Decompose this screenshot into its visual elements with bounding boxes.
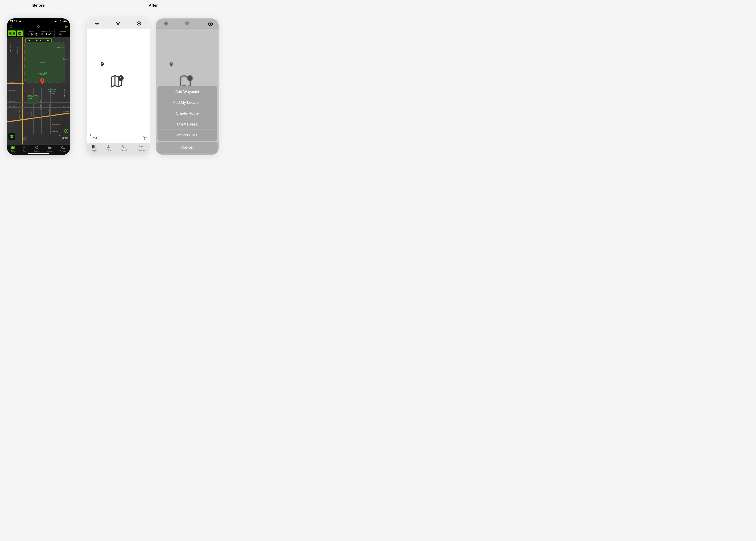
maplabel-sexsmith: J.W. Sexsmith Elementary School [47,89,57,94]
add-icon[interactable] [64,25,68,28]
stat-ascent-label: Ascent [24,31,38,33]
gear-icon [138,144,143,149]
tab-search[interactable]: Search [121,144,127,152]
tab-trips[interactable]: Trips [107,144,111,152]
info-icon[interactable]: i [142,136,146,140]
hiker-icon [107,144,111,149]
map-canvas[interactable]: 30 | N || 30 Ash Street Tisdall Street E… [7,37,70,145]
status-time: 21:19 [10,20,17,23]
location-arrow-icon [18,20,22,23]
stat-distance-value: 148 m [55,33,69,36]
section-title-after: After [149,3,158,8]
phone-after-actionsheet: Add Waypoint Add My Location Create Rout… [156,18,219,155]
tab-settings-label: Settings [137,149,145,152]
stat-speed[interactable]: Current Speed 0.0 km/h [39,29,55,37]
maplabel-starbucks: Starbucks [52,131,59,133]
stat-distance[interactable]: Distance 148 m [54,29,70,37]
action-create-route[interactable]: Create Route [157,108,217,119]
stat-speed-label: Current Speed [40,31,54,33]
stat-ascent[interactable]: Ascent 0 m (-36) [23,29,39,37]
camera-chip[interactable] [17,30,23,36]
timer-chip-text: 2:10:32 [9,32,15,34]
maplabel-ontario: Ontario Street [64,89,65,99]
folder-icon [48,146,52,150]
tab-settings[interactable]: Settings [137,144,145,152]
map-icon [92,144,97,149]
svg-point-4 [60,22,61,22]
map-canvas[interactable]: 200m i [87,29,149,143]
location-pin-icon[interactable] [40,78,44,84]
svg-rect-3 [57,20,57,22]
info-icon[interactable]: i [64,129,68,133]
svg-point-22 [122,145,125,148]
tab-maps[interactable]: Maps [92,144,97,152]
fullscreen-icon[interactable] [9,25,13,28]
tab-maps-label: Maps [92,149,97,152]
tab-bar: Maps Trips Search Settings [87,143,149,155]
scale-text: 200m [93,137,99,140]
compass-center: N [36,39,38,41]
add-icon[interactable] [136,21,142,26]
action-create-area[interactable]: Create Area [157,119,217,130]
tab-map[interactable]: Map [11,146,15,155]
svg-rect-0 [54,22,55,22]
maplabel-langara-golf: Langara Golf Course [38,72,47,76]
maplabel-studio58: Studio 58 [57,46,64,48]
layers-icon[interactable] [116,21,121,26]
layers-button[interactable] [8,133,15,140]
svg-point-20 [120,77,122,79]
tab-search-label: Search [34,150,40,152]
maplabel-61st: 61st Avenue [8,101,16,103]
tab-map-label: Map [11,150,15,152]
tab-trip[interactable]: Trip [23,146,27,155]
svg-point-12 [42,80,43,81]
home-indicator [28,153,49,154]
svg-rect-2 [56,21,57,22]
svg-point-18 [102,63,103,64]
tab-settings[interactable]: Settings [60,146,66,155]
svg-rect-1 [55,21,56,22]
section-title-before: Before [32,3,45,8]
action-add-waypoint[interactable]: Add Waypoint [157,86,217,97]
action-sheet-group: Add Waypoint Add My Location Create Rout… [157,86,217,141]
maplabel-62nd: 62nd Avenue [8,106,17,108]
timer-chip[interactable]: 2:10:32 [8,30,16,36]
person-pin-icon [100,62,104,67]
locate-icon[interactable] [37,25,40,28]
top-bar [87,18,149,29]
maplabel-winona: Winona Park [28,96,33,100]
compass-left: 30 [28,39,30,41]
battery-icon [63,20,67,23]
tab-search-label: Search [121,149,127,152]
action-sheet: Add Waypoint Add My Location Create Rout… [157,86,217,153]
maplabel-marine: Marine Drive [22,137,27,140]
maplabel-59th: 59th Avenue [8,90,16,92]
compass-right: 30 [47,39,49,41]
stat-distance-label: Distance [55,31,69,33]
maplabel-columbia: Columbia Street [40,99,42,111]
locate-icon[interactable] [95,21,100,26]
maplabel-tisdall: Tisdall Street [10,44,11,53]
scale-bar: 200 m [59,135,68,139]
cell-signal-icon [54,20,58,23]
maplabel-private: Private [40,61,45,63]
action-import-files[interactable]: Import Files [157,130,217,141]
scale-text: 200 m [62,137,68,139]
phone-before: 21:19 2:10: [7,18,70,155]
maplabel-cambie: Cambie Street [19,110,21,120]
svg-point-11 [19,33,21,34]
maplabel-ash: Ash Street [17,47,19,54]
tab-saved-label: Saved [47,150,52,152]
map-icon [11,146,15,150]
search-icon [122,144,126,149]
scale-bar: 200m [91,134,101,140]
phone-after-wireframe: 200m i Maps Trips Search Settings [87,18,149,155]
add-icon[interactable] [208,21,213,26]
action-add-my-location[interactable]: Add My Location [157,97,217,108]
svg-point-23 [140,146,142,147]
action-cancel[interactable]: Cancel [157,142,217,153]
svg-point-8 [38,26,39,27]
maplabel-mcdonalds: McDonald's [52,124,60,126]
compass-strip[interactable]: 30 | N || 30 [25,38,52,42]
maplabel-east62: East 62n [63,106,69,108]
